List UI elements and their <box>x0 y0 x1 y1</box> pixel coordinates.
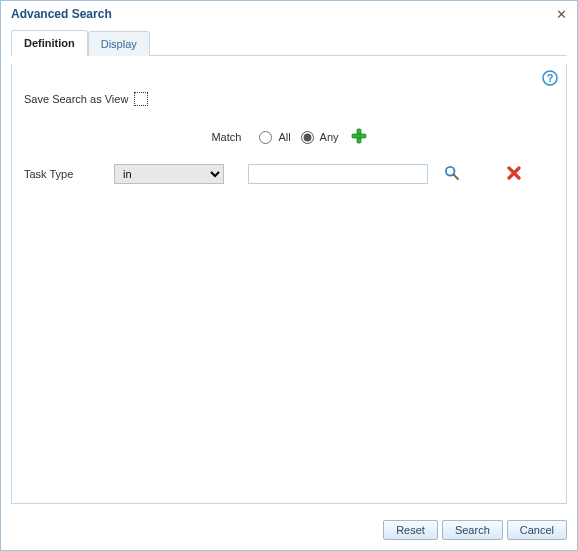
reset-button[interactable]: Reset <box>383 520 438 540</box>
svg-text:?: ? <box>547 72 554 84</box>
match-radio-group: All Any <box>253 131 338 144</box>
dialog-title: Advanced Search <box>11 7 112 21</box>
tabs-container: Definition Display <box>1 27 577 56</box>
remove-criteria-icon[interactable] <box>506 165 522 183</box>
match-all-label: All <box>278 131 290 143</box>
advanced-search-dialog: Advanced Search ✕ Definition Display ? S… <box>0 0 578 551</box>
tab-definition[interactable]: Definition <box>11 30 88 56</box>
add-criteria-icon[interactable] <box>351 128 367 146</box>
svg-rect-3 <box>352 134 366 138</box>
criteria-value-input[interactable] <box>248 164 428 184</box>
criteria-field-label: Task Type <box>24 168 104 180</box>
tabstrip: Definition Display <box>11 29 567 56</box>
criteria-row: Task Type in <box>24 164 554 184</box>
match-any-radio[interactable] <box>301 131 314 144</box>
help-icon[interactable]: ? <box>542 70 558 86</box>
match-row: Match All Any <box>24 128 554 146</box>
tab-display[interactable]: Display <box>88 31 150 56</box>
search-button[interactable]: Search <box>442 520 503 540</box>
operator-select[interactable]: in <box>114 164 224 184</box>
match-any-label: Any <box>320 131 339 143</box>
match-label: Match <box>211 131 241 143</box>
match-all-radio[interactable] <box>259 131 272 144</box>
save-as-view-label: Save Search as View <box>24 93 128 105</box>
save-as-view-row: Save Search as View <box>24 92 554 106</box>
definition-panel: ? Save Search as View Match All Any <box>11 64 567 504</box>
cancel-button[interactable]: Cancel <box>507 520 567 540</box>
svg-line-5 <box>454 175 459 180</box>
lookup-icon[interactable] <box>444 165 460 183</box>
titlebar: Advanced Search ✕ <box>1 1 577 27</box>
save-as-view-checkbox[interactable] <box>134 92 148 106</box>
dialog-footer: Reset Search Cancel <box>1 512 577 550</box>
close-icon[interactable]: ✕ <box>554 8 569 21</box>
